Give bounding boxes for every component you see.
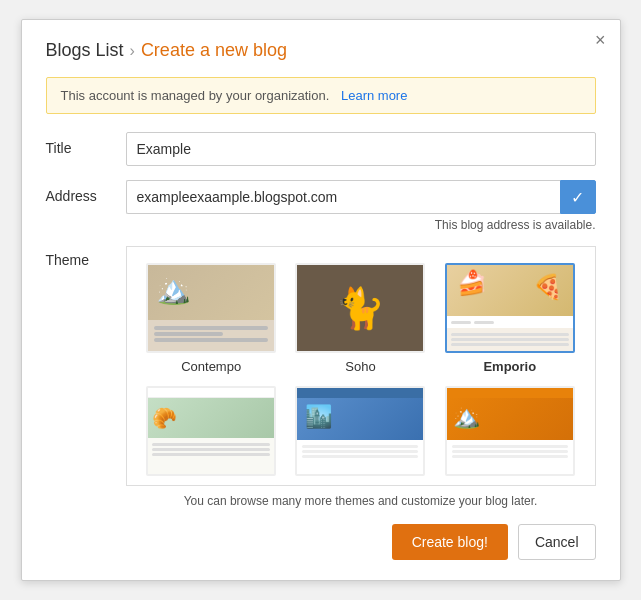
theme-thumb-essential	[295, 386, 425, 476]
learn-more-link[interactable]: Learn more	[341, 88, 407, 103]
theme-name-simple: Simple	[490, 482, 530, 486]
theme-grid-wrapper[interactable]: Contempo 🐈 Soho	[126, 246, 596, 486]
breadcrumb-arrow: ›	[130, 42, 135, 60]
address-label: Address	[46, 180, 126, 204]
address-input-wrap: ✓ This blog address is available.	[126, 180, 596, 232]
create-blog-dialog: × Blogs List › Create a new blog This ac…	[21, 19, 621, 581]
title-input-wrap	[126, 132, 596, 166]
footer-buttons: Create blog! Cancel	[46, 524, 596, 560]
theme-item-simple[interactable]: Simple	[435, 380, 584, 486]
theme-item-notable[interactable]: Notable	[137, 380, 286, 486]
theme-thumb-emporio	[445, 263, 575, 353]
soho-cat-icon: 🐈	[335, 285, 385, 332]
theme-thumb-soho: 🐈	[295, 263, 425, 353]
theme-thumb-notable	[146, 386, 276, 476]
notice-text: This account is managed by your organiza…	[61, 88, 330, 103]
theme-hint: You can browse many more themes and cust…	[126, 494, 596, 508]
address-row: Address ✓ This blog address is available…	[46, 180, 596, 232]
address-input[interactable]	[126, 180, 560, 214]
cancel-button[interactable]: Cancel	[518, 524, 596, 560]
title-row: Title	[46, 132, 596, 166]
theme-item-emporio[interactable]: Emporio	[435, 257, 584, 380]
theme-grid: Contempo 🐈 Soho	[127, 247, 595, 486]
theme-item-soho[interactable]: 🐈 Soho	[286, 257, 435, 380]
title-input[interactable]	[126, 132, 596, 166]
address-check-button[interactable]: ✓	[560, 180, 596, 214]
breadcrumb: Blogs List › Create a new blog	[46, 40, 596, 61]
address-input-row: ✓	[126, 180, 596, 214]
notice-bar: This account is managed by your organiza…	[46, 77, 596, 114]
title-label: Title	[46, 132, 126, 156]
theme-name-soho: Soho	[345, 359, 375, 374]
theme-name-essential: Essential	[334, 482, 387, 486]
theme-label: Theme	[46, 246, 126, 268]
breadcrumb-current: Create a new blog	[141, 40, 287, 61]
theme-item-essential[interactable]: Essential	[286, 380, 435, 486]
theme-name-emporio: Emporio	[483, 359, 536, 374]
theme-section: Theme	[46, 246, 596, 486]
theme-name-contempo: Contempo	[181, 359, 241, 374]
breadcrumb-blogs-link[interactable]: Blogs List	[46, 40, 124, 61]
theme-thumb-contempo	[146, 263, 276, 353]
theme-name-notable: Notable	[189, 482, 234, 486]
theme-item-contempo[interactable]: Contempo	[137, 257, 286, 380]
theme-thumb-simple	[445, 386, 575, 476]
address-available-message: This blog address is available.	[126, 218, 596, 232]
create-blog-button[interactable]: Create blog!	[392, 524, 508, 560]
close-button[interactable]: ×	[595, 30, 606, 51]
